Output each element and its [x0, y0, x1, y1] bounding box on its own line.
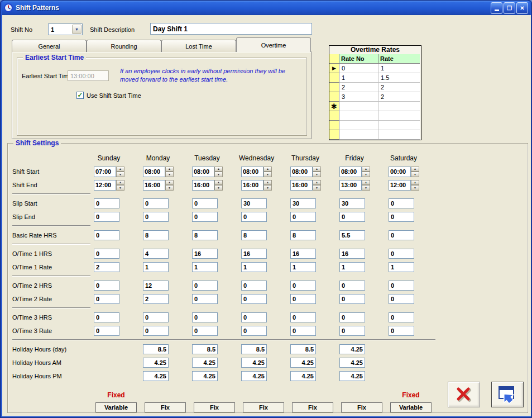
slip-start-thursday-input[interactable]: [290, 198, 316, 208]
shift-start-friday-input[interactable]: [339, 167, 362, 177]
rates-empty-row-1-selector[interactable]: [329, 121, 339, 130]
slip-start-monday-input[interactable]: [143, 198, 169, 208]
rates-empty-row-2-selector[interactable]: [329, 130, 339, 140]
o-time-1-rate-friday-input[interactable]: [339, 262, 365, 272]
slip-start-wednesday-input[interactable]: [241, 198, 267, 208]
holiday-hours-day-monday-input[interactable]: [143, 344, 169, 354]
shift-start-tuesday-input[interactable]: [192, 167, 214, 177]
basic-rate-hrs-monday-input[interactable]: [143, 230, 169, 240]
slip-start-tuesday-input[interactable]: [192, 198, 218, 208]
holiday-hours-am-tuesday-input[interactable]: [192, 358, 218, 368]
dropdown-arrow-icon[interactable]: ▼: [72, 25, 82, 34]
o-time-3-hrs-thursday-input[interactable]: [290, 312, 316, 322]
shift-no-select[interactable]: 1 ▼: [48, 23, 83, 35]
holiday-hours-pm-friday-input[interactable]: [339, 371, 365, 381]
tab-lost-time[interactable]: Lost Time: [161, 40, 236, 52]
rates-empty-row-0-rate-cell[interactable]: [378, 111, 420, 121]
spin-up-icon[interactable]: ▲: [411, 167, 419, 172]
holiday-hours-am-wednesday-input[interactable]: [241, 358, 267, 368]
spin-down-icon[interactable]: ▼: [263, 172, 272, 177]
o-time-3-rate-wednesday-input[interactable]: [241, 326, 267, 336]
restore-button[interactable]: ❐: [504, 2, 515, 14]
slip-start-saturday-input[interactable]: [389, 198, 414, 208]
spin-up-icon[interactable]: ▲: [263, 180, 272, 186]
shift-end-thursday-input[interactable]: [290, 180, 313, 191]
spin-down-icon[interactable]: ▼: [116, 185, 124, 191]
spin-up-icon[interactable]: ▲: [313, 167, 321, 172]
o-time-3-rate-thursday-input[interactable]: [290, 326, 316, 336]
shift-end-saturday-input[interactable]: [389, 180, 411, 191]
holiday-hours-day-thursday-input[interactable]: [290, 344, 316, 354]
spin-down-icon[interactable]: ▼: [214, 172, 223, 177]
tab-overtime[interactable]: Overtime: [236, 37, 311, 52]
shift-end-friday-input[interactable]: [339, 180, 362, 191]
rates-empty-row-0-selector[interactable]: [329, 111, 339, 121]
spin-down-icon[interactable]: ▼: [214, 185, 223, 191]
fix-button-thursday[interactable]: Fix: [292, 402, 333, 412]
rates-row-1-rate-cell[interactable]: 1.5: [378, 73, 420, 83]
holiday-hours-pm-monday-input[interactable]: [143, 371, 169, 381]
variable-button-saturday[interactable]: Variable: [390, 402, 432, 412]
o-time-3-rate-friday-input[interactable]: [339, 326, 365, 336]
spin-up-icon[interactable]: ▲: [362, 167, 370, 172]
spin-up-icon[interactable]: ▲: [214, 180, 223, 186]
fix-button-wednesday[interactable]: Fix: [243, 402, 284, 412]
o-time-3-rate-saturday-input[interactable]: [389, 326, 414, 336]
o-time-2-rate-tuesday-input[interactable]: [192, 294, 218, 304]
o-time-1-rate-saturday-input[interactable]: [389, 262, 414, 272]
variable-button-sunday[interactable]: Variable: [95, 402, 137, 412]
o-time-1-hrs-wednesday-input[interactable]: [241, 249, 267, 259]
basic-rate-hrs-friday-input[interactable]: [339, 230, 365, 240]
shift-start-saturday-input[interactable]: [389, 167, 411, 177]
spin-down-icon[interactable]: ▼: [313, 172, 321, 177]
shift-start-wednesday-input[interactable]: [241, 167, 263, 177]
slip-start-friday-input[interactable]: [339, 198, 365, 208]
rates-row-2-selector[interactable]: [329, 83, 339, 92]
slip-end-saturday-input[interactable]: [389, 212, 414, 222]
holiday-hours-am-friday-input[interactable]: [339, 358, 365, 368]
slip-start-sunday-input[interactable]: [94, 198, 119, 208]
shift-end-wednesday-input[interactable]: [241, 180, 263, 191]
spin-down-icon[interactable]: ▼: [263, 185, 272, 191]
basic-rate-hrs-tuesday-input[interactable]: [192, 230, 218, 240]
tab-rounding[interactable]: Rounding: [87, 40, 161, 52]
o-time-1-hrs-tuesday-input[interactable]: [192, 249, 218, 259]
rates-empty-row-1-rate-cell[interactable]: [378, 121, 420, 130]
holiday-hours-pm-wednesday-input[interactable]: [241, 371, 267, 381]
shift-end-tuesday-input[interactable]: [192, 180, 214, 191]
spin-up-icon[interactable]: ▲: [313, 180, 321, 186]
holiday-hours-am-thursday-input[interactable]: [290, 358, 316, 368]
fix-button-friday[interactable]: Fix: [341, 402, 382, 412]
fix-button-monday[interactable]: Fix: [145, 402, 186, 412]
o-time-2-rate-friday-input[interactable]: [339, 294, 365, 304]
o-time-2-hrs-tuesday-input[interactable]: [192, 281, 218, 291]
slip-end-monday-input[interactable]: [143, 212, 169, 222]
rates-row-1-rate-no-cell[interactable]: 1: [339, 73, 378, 83]
spin-down-icon[interactable]: ▼: [116, 172, 124, 177]
o-time-2-hrs-thursday-input[interactable]: [290, 281, 316, 291]
rates-row-2-rate-no-cell[interactable]: 2: [339, 83, 378, 92]
o-time-3-rate-monday-input[interactable]: [143, 326, 169, 336]
fix-button-tuesday[interactable]: Fix: [194, 402, 235, 412]
o-time-2-rate-monday-input[interactable]: [143, 294, 169, 304]
rates-row-3-selector[interactable]: [329, 92, 339, 102]
basic-rate-hrs-wednesday-input[interactable]: [241, 230, 267, 240]
shift-start-monday-input[interactable]: [143, 167, 165, 177]
o-time-1-rate-tuesday-input[interactable]: [192, 262, 218, 272]
o-time-1-hrs-sunday-input[interactable]: [94, 249, 119, 259]
spin-down-icon[interactable]: ▼: [411, 172, 419, 177]
rates-new-row-rate-cell[interactable]: [378, 102, 420, 111]
rates-empty-row-0-rate-no-cell[interactable]: [339, 111, 378, 121]
cancel-button[interactable]: [448, 382, 480, 407]
spin-up-icon[interactable]: ▲: [411, 180, 419, 186]
minimize-button[interactable]: [491, 2, 502, 14]
shift-start-thursday-input[interactable]: [290, 167, 313, 177]
rates-new-row-selector[interactable]: ✱: [329, 102, 339, 111]
spin-up-icon[interactable]: ▲: [263, 167, 272, 172]
spin-down-icon[interactable]: ▼: [165, 172, 174, 177]
spin-down-icon[interactable]: ▼: [165, 185, 174, 191]
o-time-1-rate-monday-input[interactable]: [143, 262, 169, 272]
slip-end-thursday-input[interactable]: [290, 212, 316, 222]
shift-end-monday-input[interactable]: [143, 180, 165, 191]
tab-general[interactable]: General: [12, 40, 87, 52]
